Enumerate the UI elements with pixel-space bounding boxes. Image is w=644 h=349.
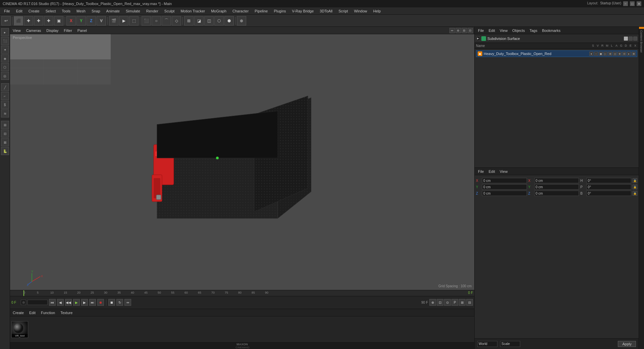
mode-points-button[interactable]: ✚: [24, 16, 33, 26]
left-tool-4[interactable]: ◈: [1, 54, 9, 62]
menu-vray-bridge[interactable]: V-Ray Bridge: [289, 8, 317, 14]
menu-mograph[interactable]: MoGraph: [208, 8, 229, 14]
attr-menu-view[interactable]: View: [498, 169, 510, 173]
attr-p-field[interactable]: 0°: [586, 184, 631, 190]
attr-y-pos-field[interactable]: 0 cm: [482, 184, 527, 190]
axis-all-button[interactable]: ∀: [97, 16, 106, 26]
go-start-button[interactable]: ⏮: [49, 299, 56, 306]
menu-window[interactable]: Window: [351, 8, 370, 14]
vp-ctrl-4[interactable]: ⊟: [468, 28, 473, 33]
subdiv-ctrl-1[interactable]: [624, 37, 628, 41]
snap-button[interactable]: ⊕: [237, 16, 246, 26]
go-end-button[interactable]: ⏭: [89, 299, 96, 306]
om-menu-file[interactable]: File: [476, 29, 486, 33]
extra-btn-2[interactable]: ⊡: [437, 299, 443, 306]
vr-tool-material[interactable]: VR_tool: [11, 321, 28, 338]
vp-ctrl-1[interactable]: ⇔: [449, 28, 455, 33]
attr-x-val2-field[interactable]: 0 cm: [534, 178, 579, 183]
om-menu-view[interactable]: View: [498, 29, 510, 33]
mode-polys-button[interactable]: ✚: [44, 16, 53, 26]
coord-system-field[interactable]: World: [477, 341, 497, 347]
minimize-button[interactable]: −: [623, 1, 628, 6]
viewport-menu-display[interactable]: Display: [45, 29, 60, 33]
attr-y-val2-field[interactable]: 0 cm: [534, 184, 579, 190]
left-tool-10[interactable]: ≋: [1, 109, 9, 117]
om-item-btn-5[interactable]: ⊞: [608, 52, 612, 56]
select-circle-button[interactable]: ○: [152, 16, 161, 26]
attr-z-val2-field[interactable]: 0 cm: [534, 191, 579, 196]
mode-uv-button[interactable]: ▣: [54, 16, 63, 26]
left-tool-13[interactable]: ⊠: [1, 138, 9, 146]
mat-menu-edit[interactable]: Edit: [28, 311, 37, 315]
extra-btn-1[interactable]: ⊕: [429, 299, 436, 306]
subdiv-ctrl-2[interactable]: [629, 37, 633, 41]
om-item-btn-6[interactable]: ◎: [613, 52, 617, 56]
menu-render[interactable]: Render: [144, 8, 161, 14]
vp-shaded-button[interactable]: ◪: [194, 16, 204, 26]
attr-z-lock-btn[interactable]: 🔒: [633, 191, 637, 196]
axis-x-button[interactable]: X: [66, 16, 76, 26]
viewport-menu-cameras[interactable]: Cameras: [25, 29, 43, 33]
left-tool-7[interactable]: ╱: [1, 83, 9, 91]
attr-b-field[interactable]: 0°: [586, 191, 631, 196]
extra-btn-6[interactable]: ⊟: [466, 299, 473, 306]
close-button[interactable]: ✕: [637, 1, 641, 6]
menu-mesh[interactable]: Mesh: [74, 8, 88, 14]
select-lasso-button[interactable]: ⌒: [162, 16, 171, 26]
left-tool-3[interactable]: ✦: [1, 46, 9, 54]
menu-create[interactable]: Create: [26, 8, 42, 14]
menu-script[interactable]: Script: [336, 8, 351, 14]
menu-tools[interactable]: Tools: [59, 8, 73, 14]
menu-pipeline[interactable]: Pipeline: [252, 8, 270, 14]
left-tool-6[interactable]: ◎: [1, 72, 9, 80]
attr-x-pos-field[interactable]: 0 cm: [482, 178, 527, 183]
om-item-btn-1[interactable]: ●: [589, 52, 593, 56]
vp-ctrl-2[interactable]: ⊕: [455, 28, 461, 33]
stop-button[interactable]: ⏹: [108, 299, 115, 306]
viewport-menu-panel[interactable]: Panel: [76, 29, 88, 33]
left-tool-1[interactable]: ▸: [1, 28, 9, 36]
om-menu-tags[interactable]: Tags: [528, 29, 539, 33]
menu-help[interactable]: Help: [371, 8, 384, 14]
render-active-button[interactable]: ▶: [119, 16, 128, 26]
bounce-button[interactable]: ⇔: [124, 299, 131, 306]
subdiv-ctrl-3[interactable]: [633, 37, 637, 41]
axis-z-button[interactable]: Z: [87, 16, 96, 26]
frame-input-field[interactable]: [28, 300, 48, 305]
play-button[interactable]: ▶: [73, 299, 80, 306]
select-poly-button[interactable]: ◇: [172, 16, 181, 26]
om-item-btn-8[interactable]: ⊟: [622, 52, 626, 56]
vp-wire-button[interactable]: ⊞: [184, 16, 194, 26]
loop-button[interactable]: ↻: [116, 299, 123, 306]
left-tool-12[interactable]: ⊟: [1, 130, 9, 138]
content-browser-tab[interactable]: Content Browser: [639, 29, 644, 54]
next-frame-button[interactable]: ▶: [81, 299, 88, 306]
menu-animate[interactable]: Animate: [104, 8, 122, 14]
left-tool-9[interactable]: $: [1, 101, 9, 109]
mat-menu-function[interactable]: Function: [40, 311, 56, 315]
axis-y-button[interactable]: Y: [76, 16, 86, 26]
attr-z-pos-field[interactable]: 0 cm: [482, 191, 527, 196]
om-menu-edit[interactable]: Edit: [487, 29, 497, 33]
om-menu-bookmarks[interactable]: Bookmarks: [540, 29, 562, 33]
prev-frame-button[interactable]: ◀: [57, 299, 64, 306]
maximize-button[interactable]: □: [630, 1, 635, 6]
left-tool-5[interactable]: ⬡: [1, 63, 9, 71]
viewport-menu-view[interactable]: View: [11, 29, 22, 33]
vp-option3-button[interactable]: ⬢: [224, 16, 234, 26]
mode-edges-button[interactable]: ✚: [34, 16, 43, 26]
mode-objects-button[interactable]: ⬛: [14, 16, 23, 26]
menu-edit[interactable]: Edit: [13, 8, 25, 14]
menu-select[interactable]: Select: [43, 8, 59, 14]
menu-snap[interactable]: Snap: [89, 8, 103, 14]
viewport-menu-filter[interactable]: Filter: [62, 29, 73, 33]
render-region-button[interactable]: ⬚: [129, 16, 139, 26]
frame-input-btn[interactable]: ⊡: [21, 300, 26, 305]
om-menu-objects[interactable]: Objects: [510, 29, 527, 33]
left-tool-2[interactable]: ⬛: [1, 37, 9, 45]
object-manager-item[interactable]: ▣ Heavy_Duty_Toolbox_Plastic_Open_Red ● …: [476, 50, 637, 57]
record-button[interactable]: ⏺: [97, 299, 104, 306]
vp-option2-button[interactable]: ⬡: [214, 16, 224, 26]
render-to-picture-button[interactable]: 🎬: [109, 16, 118, 26]
undo-button[interactable]: ↩: [1, 16, 11, 26]
